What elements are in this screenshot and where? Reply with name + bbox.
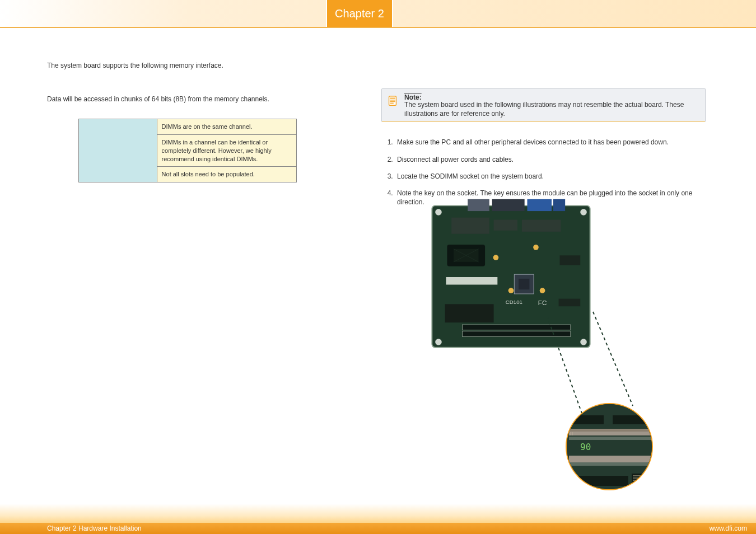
table-row: DIMMs are on the same channel. [79, 119, 297, 135]
closeup-svg: 90 [567, 404, 653, 490]
memory-info-table: DIMMs are on the same channel. DIMMs in … [78, 119, 297, 182]
svg-point-10 [493, 255, 499, 260]
intro-text: The system board supports the following … [47, 62, 361, 69]
svg-rect-0 [389, 96, 396, 106]
board-label: 90 [580, 442, 591, 452]
svg-rect-2 [390, 100, 395, 100]
svg-rect-17 [553, 199, 565, 211]
svg-rect-15 [492, 199, 525, 211]
svg-rect-27 [463, 325, 571, 330]
svg-point-6 [435, 209, 442, 216]
svg-rect-1 [390, 98, 395, 99]
chapter-tab: Chapter 2 [326, 0, 393, 27]
svg-point-8 [435, 339, 442, 345]
svg-rect-30 [559, 299, 581, 307]
clipboard-icon [386, 95, 399, 107]
svg-point-7 [580, 209, 587, 216]
svg-rect-26 [445, 304, 494, 322]
footer-left: Chapter 2 Hardware Installation [47, 524, 142, 532]
note-icon [386, 95, 399, 107]
table-cell: DIMMs are on the same channel. [157, 119, 296, 135]
header-band: Chapter 2 [0, 0, 756, 28]
svg-rect-4 [390, 103, 393, 104]
note-body: The system board used in the following i… [404, 100, 699, 118]
svg-point-12 [508, 288, 514, 293]
svg-rect-25 [446, 277, 498, 285]
subtext: Data will be accessed in chunks of 64 bi… [47, 95, 361, 103]
note-text: Note: The system board used in the follo… [404, 93, 699, 118]
board-svg: CD101 FC [428, 196, 594, 358]
footer-band: Chapter 2 Hardware Installation www.dfi.… [0, 504, 756, 534]
svg-rect-44 [569, 462, 652, 466]
svg-point-11 [533, 245, 539, 250]
svg-rect-39 [570, 429, 651, 432]
svg-rect-16 [528, 199, 552, 211]
left-column: The system board supports the following … [0, 34, 378, 504]
svg-rect-43 [569, 437, 652, 440]
table-left-cell [79, 119, 157, 182]
step-item: Disconnect all power cords and cables. [395, 155, 706, 164]
system-board-illustration: CD101 FC [428, 196, 594, 358]
svg-rect-20 [522, 220, 561, 232]
svg-rect-40 [569, 456, 652, 462]
svg-rect-3 [390, 101, 395, 102]
svg-rect-28 [463, 331, 571, 337]
footer-bar: Chapter 2 Hardware Installation www.dfi.… [0, 523, 756, 534]
svg-text:FC: FC [538, 299, 547, 306]
svg-rect-19 [494, 220, 518, 231]
svg-point-9 [580, 339, 587, 345]
note-box: Note: The system board used in the follo… [381, 88, 706, 122]
footer-right: www.dfi.com [710, 524, 747, 532]
svg-rect-37 [613, 415, 646, 424]
table-cell: DIMMs in a channel can be identical or c… [157, 134, 296, 167]
table-cell: Not all slots need to be populated. [157, 167, 296, 182]
svg-text:CD101: CD101 [506, 299, 522, 305]
svg-rect-14 [468, 199, 489, 211]
svg-point-13 [540, 288, 545, 293]
svg-rect-18 [451, 218, 489, 234]
step-item: Make sure the PC and all other periphera… [395, 138, 706, 147]
step-item: Locate the SODIMM socket on the system b… [395, 172, 706, 181]
sodimm-closeup: 90 [566, 403, 653, 490]
svg-rect-29 [560, 255, 581, 265]
svg-rect-24 [519, 279, 529, 289]
